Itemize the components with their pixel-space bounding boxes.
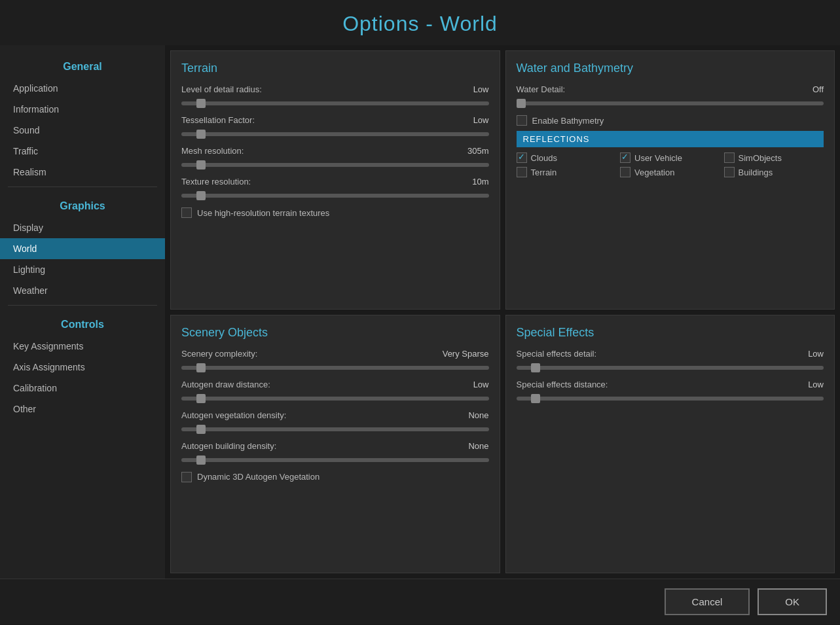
cancel-button[interactable]: Cancel (665, 588, 750, 615)
sidebar-item-lighting[interactable]: Lighting (0, 259, 165, 280)
special-effects-panel: Special Effects Special effects detail: … (505, 315, 835, 574)
sidebar-item-calibration[interactable]: Calibration (0, 378, 165, 399)
terrain-title: Terrain (181, 62, 489, 75)
autogen-veg-setting: Autogen vegetation density: None (181, 410, 489, 433)
dynamic-3d-checkbox[interactable] (181, 472, 192, 482)
water-detail-label: Water Detail: (517, 84, 566, 94)
tessellation-slider[interactable] (181, 132, 489, 136)
reflection-terrain: Terrain (517, 167, 617, 177)
sidebar-item-other[interactable]: Other (0, 399, 165, 420)
texture-res-setting: Texture resolution: 10m (181, 177, 489, 200)
reflection-buildings-checkbox[interactable] (724, 167, 735, 177)
scenery-panel: Scenery Objects Scenery complexity: Very… (170, 315, 500, 574)
reflection-simobjects-checkbox[interactable] (724, 152, 735, 163)
graphics-section-label: Graphics (0, 191, 165, 217)
sidebar-item-weather[interactable]: Weather (0, 280, 165, 301)
mesh-res-slider[interactable] (181, 163, 489, 167)
dynamic-3d-label: Dynamic 3D Autogen Vegetation (197, 472, 320, 482)
sidebar: General Application Information Sound Tr… (0, 45, 165, 579)
autogen-bld-setting: Autogen building density: None (181, 441, 489, 464)
reflections-header: REFLECTIONS (517, 131, 824, 147)
high-res-terrain-row: Use high-resolution terrain textures (181, 207, 489, 218)
scenery-complexity-label: Scenery complexity: (181, 349, 257, 359)
autogen-draw-setting: Autogen draw distance: Low (181, 380, 489, 402)
fx-distance-setting: Special effects distance: Low (517, 380, 824, 402)
scenery-title: Scenery Objects (181, 326, 489, 340)
autogen-bld-slider[interactable] (181, 458, 489, 462)
autogen-bld-value: None (468, 441, 488, 451)
enable-bathymetry-label: Enable Bathymetry (532, 116, 604, 126)
water-detail-setting: Water Detail: Off (517, 84, 824, 107)
reflection-simobjects-label: SimObjects (739, 153, 782, 163)
reflection-user-vehicle-checkbox[interactable] (620, 152, 630, 163)
high-res-terrain-label: Use high-resolution terrain textures (197, 208, 329, 218)
enable-bathymetry-checkbox[interactable] (517, 115, 527, 126)
reflection-vegetation-label: Vegetation (634, 168, 674, 177)
water-detail-slider[interactable] (517, 101, 824, 105)
content-area: Terrain Level of detail radius: Low Tess… (165, 45, 840, 579)
fx-detail-label: Special effects detail: (517, 349, 597, 359)
reflection-clouds-checkbox[interactable] (517, 152, 527, 163)
sidebar-item-display[interactable]: Display (0, 217, 165, 238)
water-title: Water and Bathymetry (517, 62, 824, 75)
enable-bathymetry-row: Enable Bathymetry (517, 115, 824, 126)
ok-button[interactable]: OK (758, 588, 827, 615)
reflection-terrain-checkbox[interactable] (517, 167, 527, 177)
fx-distance-label: Special effects distance: (517, 380, 608, 389)
autogen-veg-value: None (468, 410, 488, 420)
texture-res-label: Texture resolution: (181, 177, 251, 187)
mesh-res-setting: Mesh resolution: 305m (181, 146, 489, 169)
mesh-res-label: Mesh resolution: (181, 146, 244, 156)
special-effects-title: Special Effects (517, 326, 824, 340)
sidebar-item-realism[interactable]: Realism (0, 162, 165, 183)
sidebar-item-axis-assignments[interactable]: Axis Assignments (0, 357, 165, 378)
fx-distance-value: Low (808, 380, 824, 389)
reflection-buildings-label: Buildings (739, 168, 773, 177)
reflection-vegetation-checkbox[interactable] (620, 167, 630, 177)
reflection-clouds: Clouds (517, 152, 617, 163)
fx-distance-slider[interactable] (517, 397, 824, 401)
sidebar-item-application[interactable]: Application (0, 78, 165, 99)
fx-detail-value: Low (808, 349, 824, 359)
autogen-draw-slider[interactable] (181, 397, 489, 401)
autogen-veg-slider[interactable] (181, 427, 489, 431)
sidebar-item-key-assignments[interactable]: Key Assignments (0, 336, 165, 357)
page-title: Options - World (0, 0, 840, 45)
sidebar-divider-1 (8, 187, 157, 187)
reflection-buildings: Buildings (724, 167, 824, 177)
controls-section-label: Controls (0, 310, 165, 336)
reflection-terrain-label: Terrain (531, 168, 557, 177)
dynamic-3d-row: Dynamic 3D Autogen Vegetation (181, 472, 489, 482)
general-section-label: General (0, 52, 165, 78)
high-res-terrain-checkbox[interactable] (181, 207, 192, 218)
sidebar-item-traffic[interactable]: Traffic (0, 141, 165, 162)
lod-radius-label: Level of detail radius: (181, 84, 262, 94)
bottom-bar: Cancel OK (0, 579, 840, 624)
lod-radius-setting: Level of detail radius: Low (181, 84, 489, 107)
tessellation-value: Low (473, 115, 489, 125)
texture-res-slider[interactable] (181, 194, 489, 198)
texture-res-value: 10m (472, 177, 488, 187)
autogen-draw-value: Low (473, 380, 489, 389)
reflection-user-vehicle-label: User Vehicle (634, 153, 682, 163)
reflections-grid: Clouds User Vehicle SimObjects Terrain V… (517, 152, 824, 177)
water-panel: Water and Bathymetry Water Detail: Off E… (505, 50, 835, 310)
lod-radius-slider[interactable] (181, 101, 489, 105)
autogen-veg-label: Autogen vegetation density: (181, 410, 286, 420)
sidebar-item-information[interactable]: Information (0, 99, 165, 120)
reflection-simobjects: SimObjects (724, 152, 824, 163)
sidebar-item-sound[interactable]: Sound (0, 120, 165, 141)
autogen-draw-label: Autogen draw distance: (181, 380, 270, 389)
autogen-bld-label: Autogen building density: (181, 441, 276, 451)
tessellation-setting: Tessellation Factor: Low (181, 115, 489, 138)
reflection-vegetation: Vegetation (620, 167, 720, 177)
scenery-complexity-setting: Scenery complexity: Very Sparse (181, 349, 489, 372)
water-detail-value: Off (813, 84, 824, 94)
reflection-user-vehicle: User Vehicle (620, 152, 720, 163)
lod-radius-value: Low (473, 84, 489, 94)
fx-detail-slider[interactable] (517, 366, 824, 370)
scenery-complexity-slider[interactable] (181, 366, 489, 370)
mesh-res-value: 305m (467, 146, 489, 156)
fx-detail-setting: Special effects detail: Low (517, 349, 824, 372)
sidebar-item-world[interactable]: World (0, 238, 165, 259)
